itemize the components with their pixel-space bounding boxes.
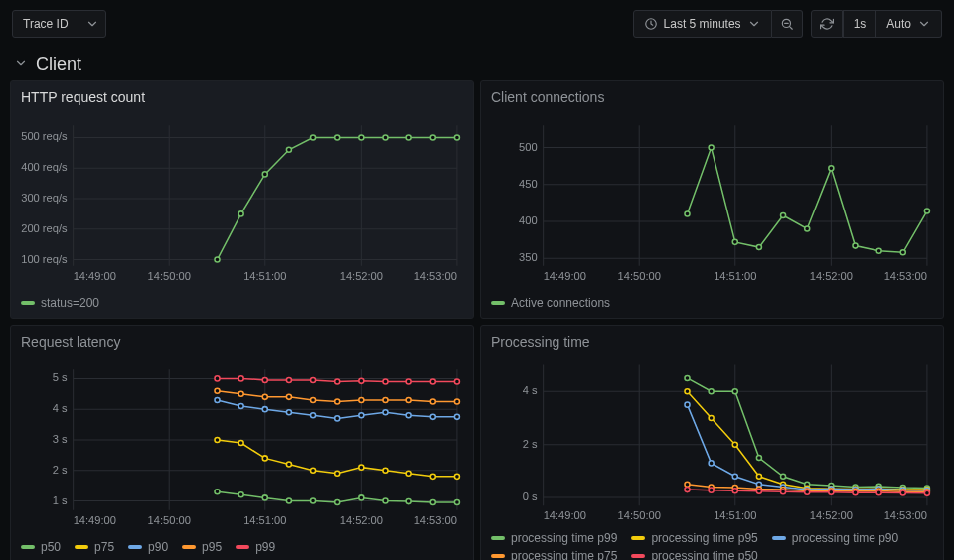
svg-point-62	[900, 250, 905, 255]
chart-legend: Active connections	[481, 292, 943, 318]
svg-point-188	[685, 482, 690, 487]
top-toolbar: Trace ID Last 5 minutes 1s Auto	[0, 0, 954, 48]
svg-text:14:53:00: 14:53:00	[414, 270, 457, 282]
svg-text:500 req/s: 500 req/s	[21, 130, 68, 142]
section-title: Client	[36, 54, 81, 74]
refresh-picker[interactable]: 1s Auto	[811, 10, 942, 38]
svg-text:4 s: 4 s	[53, 402, 68, 414]
svg-text:450: 450	[519, 178, 538, 190]
svg-point-131	[286, 377, 291, 382]
refresh-interval[interactable]: 1s	[843, 10, 877, 38]
svg-point-166	[685, 389, 690, 394]
svg-point-123	[359, 397, 364, 402]
legend-item[interactable]: processing time p99	[491, 531, 617, 545]
panel-request_latency[interactable]: Request latency1 s2 s3 s4 s5 s14:49:0014…	[10, 325, 474, 560]
chart: 35040045050014:49:0014:50:0014:51:0014:5…	[485, 113, 935, 290]
svg-point-208	[900, 490, 905, 495]
svg-point-122	[335, 399, 340, 404]
svg-point-168	[732, 442, 737, 447]
svg-point-114	[406, 413, 411, 418]
svg-point-117	[215, 388, 220, 393]
svg-point-111	[335, 416, 340, 421]
svg-point-31	[383, 135, 388, 140]
trace-id-selector[interactable]: Trace ID	[12, 10, 106, 38]
legend-item[interactable]: status=200	[21, 296, 99, 310]
legend-label: processing time p50	[651, 549, 757, 560]
svg-point-92	[406, 499, 411, 504]
svg-point-132	[311, 377, 316, 382]
legend-item[interactable]: processing time p75	[491, 549, 617, 560]
svg-text:14:51:00: 14:51:00	[714, 270, 756, 282]
svg-point-24	[215, 257, 220, 262]
legend-label: p90	[148, 540, 168, 554]
svg-point-90	[359, 495, 364, 500]
svg-text:14:49:00: 14:49:00	[74, 270, 116, 282]
svg-point-34	[454, 135, 459, 140]
svg-text:14:51:00: 14:51:00	[243, 514, 286, 526]
legend-swatch	[182, 545, 196, 549]
legend-swatch	[631, 536, 645, 540]
row-header[interactable]: Client	[0, 48, 954, 80]
legend-item[interactable]: processing time p95	[631, 531, 757, 545]
legend-item[interactable]: p95	[182, 540, 222, 554]
svg-point-89	[335, 499, 340, 504]
svg-text:14:49:00: 14:49:00	[544, 509, 586, 521]
svg-point-178	[709, 461, 714, 466]
legend-item[interactable]: p75	[75, 540, 114, 554]
svg-point-97	[262, 456, 267, 461]
svg-text:2 s: 2 s	[53, 464, 68, 476]
refresh-icon	[820, 17, 834, 31]
panel-http_request_count[interactable]: HTTP request count100 req/s200 req/s300 …	[10, 80, 474, 319]
legend-swatch	[772, 536, 786, 540]
svg-point-26	[262, 172, 267, 177]
legend-swatch	[128, 545, 142, 549]
chart: 1 s2 s3 s4 s5 s14:49:0014:50:0014:51:001…	[15, 357, 465, 534]
svg-text:14:52:00: 14:52:00	[340, 270, 383, 282]
time-range-picker[interactable]: Last 5 minutes	[633, 10, 803, 38]
refresh-mode[interactable]: Auto	[876, 10, 942, 38]
panel-client_connections[interactable]: Client connections35040045050014:49:0014…	[480, 80, 944, 319]
svg-text:200 req/s: 200 req/s	[21, 222, 68, 234]
legend-item[interactable]: p50	[21, 540, 61, 554]
svg-point-54	[709, 145, 714, 150]
svg-text:14:49:00: 14:49:00	[74, 514, 116, 526]
legend-item[interactable]: processing time p90	[772, 531, 898, 545]
svg-point-95	[215, 437, 220, 442]
chart: 0 s2 s4 s14:49:0014:50:0014:51:0014:52:0…	[485, 357, 935, 525]
svg-text:400 req/s: 400 req/s	[21, 161, 68, 173]
svg-line-2	[789, 26, 792, 29]
zoom-out-button[interactable]	[772, 10, 803, 38]
chevron-down-icon	[79, 11, 105, 37]
svg-point-87	[286, 498, 291, 503]
svg-point-169	[756, 474, 761, 479]
legend-item[interactable]: p99	[236, 540, 275, 554]
svg-point-203	[781, 490, 786, 494]
legend-label: processing time p90	[792, 531, 898, 545]
svg-text:14:52:00: 14:52:00	[340, 514, 383, 526]
svg-point-158	[756, 456, 761, 461]
svg-text:1 s: 1 s	[53, 494, 68, 506]
svg-text:14:53:00: 14:53:00	[414, 514, 457, 526]
legend-label: processing time p99	[511, 531, 617, 545]
legend-item[interactable]: processing time p50	[631, 549, 757, 560]
legend-label: p75	[94, 540, 114, 554]
svg-point-157	[732, 389, 737, 394]
svg-point-201	[732, 489, 737, 493]
chart-legend: p50p75p90p95p99	[11, 536, 473, 560]
svg-point-133	[335, 379, 340, 384]
svg-point-84	[215, 490, 220, 494]
chart-legend: status=200	[11, 292, 473, 318]
svg-text:400: 400	[519, 214, 538, 226]
legend-item[interactable]: Active connections	[491, 296, 610, 310]
panel-title: Request latency	[11, 326, 473, 353]
svg-text:14:53:00: 14:53:00	[884, 509, 927, 521]
svg-point-94	[454, 499, 459, 504]
svg-text:14:49:00: 14:49:00	[544, 270, 586, 282]
svg-text:5 s: 5 s	[53, 371, 68, 383]
refresh-button[interactable]	[811, 10, 843, 38]
legend-item[interactable]: p90	[128, 540, 168, 554]
chevron-down-icon	[917, 17, 931, 31]
legend-swatch	[21, 301, 35, 305]
panel-processing_time[interactable]: Processing time0 s2 s4 s14:49:0014:50:00…	[480, 325, 944, 560]
refresh-interval-label: 1s	[854, 17, 867, 31]
